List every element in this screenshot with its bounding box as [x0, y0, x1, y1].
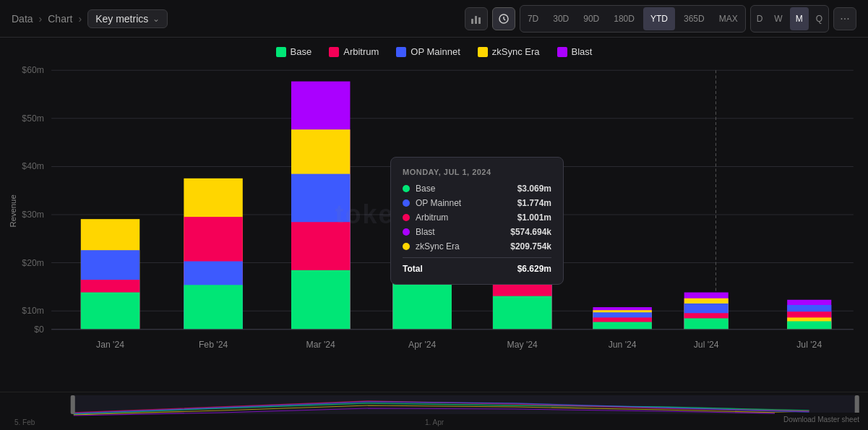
breadcrumb: Data › Chart › Key metrics ⌄: [12, 9, 168, 28]
legend-zksync: zkSync Era: [478, 46, 540, 57]
tooltip-dot-blast: [403, 228, 410, 236]
svg-rect-67: [71, 395, 858, 414]
time-90d[interactable]: 90D: [576, 7, 606, 30]
legend-base: Base: [276, 46, 312, 57]
tooltip-total-label: Total: [403, 264, 423, 274]
gran-d[interactable]: D: [751, 7, 769, 30]
tooltip-value-zksync: $209.754k: [510, 241, 551, 251]
svg-text:Jun '24: Jun '24: [609, 340, 637, 350]
time-365d[interactable]: 365D: [676, 7, 712, 30]
svg-text:$10m: $10m: [22, 306, 44, 316]
tooltip-label-arbitrum: Arbitrum: [416, 212, 448, 223]
svg-text:Jan '24: Jan '24: [96, 340, 124, 350]
tooltip-label-zksync: zkSync Era: [416, 241, 460, 251]
download-label: Download Master sheet: [783, 416, 859, 423]
svg-rect-32: [291, 270, 350, 330]
legend-arbitrum: Arbitrum: [329, 46, 379, 57]
svg-text:Apr '24: Apr '24: [408, 340, 436, 350]
svg-rect-23: [81, 293, 139, 330]
tooltip-label-op: OP Mainnet: [416, 198, 461, 208]
svg-rect-68: [71, 395, 75, 414]
breadcrumb-chart[interactable]: Chart: [48, 13, 72, 25]
tooltip-dot-op: [403, 199, 410, 207]
chart-container: Base Arbitrum OP Mainnet zkSync Era Blas…: [0, 38, 868, 392]
chevron-down-icon: ⌄: [152, 14, 160, 24]
chart-area[interactable]: token terminal $60m $50m $40m $30m $20m …: [7, 63, 861, 366]
svg-rect-69: [855, 395, 859, 414]
breadcrumb-data[interactable]: Data: [12, 13, 33, 25]
svg-rect-52: [684, 318, 729, 329]
svg-text:$20m: $20m: [22, 258, 44, 268]
chart-legend: Base Arbitrum OP Mainnet zkSync Era Blas…: [7, 38, 861, 63]
legend-blast-dot: [557, 47, 567, 57]
svg-rect-1: [475, 16, 477, 24]
legend-base-dot: [276, 47, 286, 57]
svg-text:$60m: $60m: [22, 65, 44, 75]
tooltip-dot-arbitrum: [403, 214, 410, 221]
legend-op-mainnet: OP Mainnet: [396, 46, 460, 57]
time-range-group: 7D 30D 90D 180D YTD 365D MAX: [520, 5, 746, 33]
tooltip-dot-base: [403, 185, 410, 192]
time-30d[interactable]: 30D: [546, 7, 576, 30]
legend-zksync-label: zkSync Era: [492, 46, 540, 57]
mini-chart-labels: 5. Feb 1. Apr 3. Jun: [0, 418, 868, 426]
svg-text:$40m: $40m: [22, 161, 44, 171]
mini-label-1: 5. Feb: [14, 418, 35, 426]
svg-rect-57: [787, 322, 831, 330]
tooltip-total: Total $6.629m: [403, 264, 551, 274]
tooltip-row-blast: Blast $574.694k: [403, 227, 551, 237]
legend-base-label: Base: [291, 46, 312, 57]
gran-m[interactable]: M: [790, 7, 809, 30]
breadcrumb-sep1: ›: [39, 13, 43, 25]
time-7d[interactable]: 7D: [520, 7, 546, 30]
legend-zksync-dot: [478, 47, 488, 57]
mini-label-2: 1. Apr: [425, 418, 444, 426]
mini-chart[interactable]: 5. Feb 1. Apr 3. Jun Download Master she…: [0, 392, 868, 426]
tooltip-row-base: Base $3.069m: [403, 184, 551, 194]
svg-rect-0: [471, 19, 473, 24]
tooltip-value-op: $1.774m: [517, 198, 551, 208]
tooltip-value-blast: $574.694k: [510, 227, 551, 237]
header: Data › Chart › Key metrics ⌄ 7D 30D 90D: [0, 0, 868, 38]
legend-arbitrum-dot: [329, 47, 339, 57]
svg-text:May '24: May '24: [507, 340, 538, 350]
svg-text:$0: $0: [34, 324, 44, 335]
more-options-button[interactable]: ···: [833, 7, 856, 30]
download-bar[interactable]: Download Master sheet: [775, 413, 868, 426]
granularity-group: D W M Q: [750, 5, 829, 33]
svg-rect-42: [493, 296, 551, 330]
tooltip-label-base: Base: [416, 184, 435, 194]
chart-tooltip: MONDAY, JUL 1, 2024 Base $3.069m OP Main…: [390, 157, 564, 285]
tooltip-row-arbitrum: Arbitrum $1.001m: [403, 212, 551, 223]
svg-text:Mar '24: Mar '24: [306, 340, 336, 350]
tooltip-value-arbitrum: $1.001m: [517, 212, 551, 223]
tooltip-label-blast: Blast: [416, 227, 435, 237]
legend-op-dot: [396, 47, 406, 57]
svg-text:Feb '24: Feb '24: [199, 340, 228, 350]
tooltip-row-zksync: zkSync Era $209.754k: [403, 241, 551, 251]
legend-blast-label: Blast: [572, 46, 593, 57]
bar-chart-icon[interactable]: [465, 7, 488, 30]
tooltip-total-value: $6.629m: [517, 264, 551, 274]
time-180d[interactable]: 180D: [606, 7, 642, 30]
legend-arbitrum-label: Arbitrum: [343, 46, 379, 57]
tooltip-row-op: OP Mainnet $1.774m: [403, 198, 551, 208]
svg-text:Jul '24: Jul '24: [796, 340, 822, 350]
tooltip-date: MONDAY, JUL 1, 2024: [403, 168, 551, 176]
gran-w[interactable]: W: [768, 7, 788, 30]
tooltip-divider: [403, 257, 551, 258]
breadcrumb-metrics[interactable]: Key metrics ⌄: [87, 9, 168, 28]
legend-blast: Blast: [557, 46, 593, 57]
mini-chart-svg: [0, 392, 868, 418]
gran-q[interactable]: Q: [810, 7, 828, 30]
svg-text:$30m: $30m: [22, 210, 44, 220]
header-right: 7D 30D 90D 180D YTD 365D MAX D W M Q ···: [465, 5, 856, 33]
time-max[interactable]: MAX: [712, 7, 745, 30]
svg-text:Jul '24: Jul '24: [694, 340, 719, 350]
tooltip-value-base: $3.069m: [517, 184, 551, 194]
tooltip-dot-zksync: [403, 243, 410, 250]
time-ytd[interactable]: YTD: [643, 7, 675, 30]
svg-text:$50m: $50m: [22, 113, 44, 124]
clock-icon[interactable]: [492, 7, 515, 30]
legend-op-label: OP Mainnet: [411, 46, 460, 57]
